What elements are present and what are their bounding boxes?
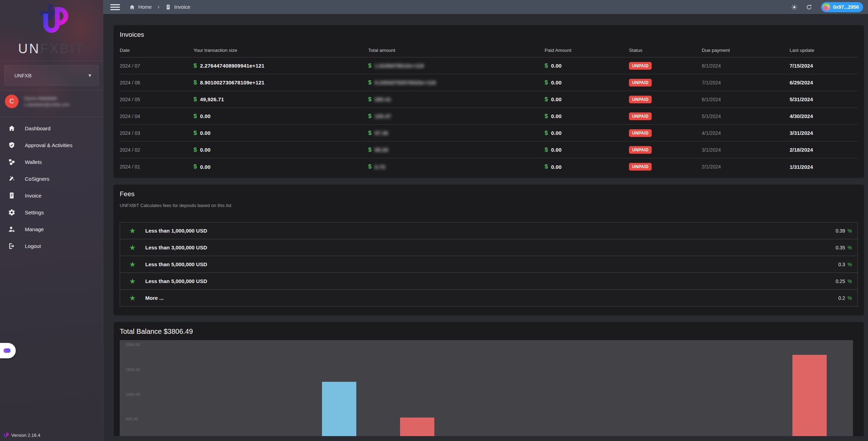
table-row[interactable]: 2024 / 02$0.00$89.29$0.00UNPAID3/1/20242… (120, 142, 858, 158)
cell-last-update: 7/15/2024 (790, 63, 859, 69)
shield-check-icon (8, 141, 15, 149)
wallet-avatar (822, 3, 830, 11)
sidebar-nav: DashboardApproval & ActivitiesWalletsCoS… (0, 120, 103, 254)
cell-last-update: 1/31/2024 (790, 164, 859, 170)
cell-paid-amount: $0.00 (545, 163, 629, 170)
sidebar-item-label: Manage (25, 226, 44, 232)
cell-total-amount: $280.41 (368, 96, 545, 103)
cell-due-payment: 5/1/2024 (702, 113, 790, 119)
breadcrumb-home[interactable]: Home (129, 4, 152, 10)
dollar-icon: $ (545, 79, 548, 86)
org-select[interactable]: UNFXB ▼ (4, 65, 99, 86)
user-profile[interactable]: C Cyrus Abdollahi c.abdollahi@unfxb.com (0, 90, 103, 112)
status-badge: UNPAID (629, 96, 652, 103)
version-label: Version 2.16.4 (11, 433, 40, 438)
sidebar-item-invoice[interactable]: Invoice (0, 187, 103, 204)
table-row[interactable]: 2024 / 01$0.00$9.75$0.00UNPAID2/1/20241/… (120, 158, 858, 175)
invoices-card: Invoices DateYour transaction sizeTotal … (114, 25, 864, 178)
fee-tier-value: 0.39 % (835, 228, 852, 234)
dollar-icon: $ (545, 130, 548, 137)
dollar-icon: $ (368, 62, 371, 69)
cell-status: UNPAID (629, 79, 702, 87)
menu-toggle-button[interactable] (110, 4, 120, 11)
column-header: Total amount (368, 48, 545, 53)
fees-subtitle: UNFXBIT Calculates fees for deposits bas… (120, 203, 858, 208)
main-area: Home › Invoice 0x97...2956 (103, 0, 868, 441)
table-row[interactable]: 2024 / 07$2.276447408909941e+121$1.91094… (120, 57, 858, 74)
sidebar-item-manage[interactable]: Manage (0, 221, 103, 237)
cell-total-amount: $9.75 (368, 163, 545, 170)
sidebar-item-cosigners[interactable]: CoSigners (0, 170, 103, 187)
fee-tier-row[interactable]: ★Less than 5,000,000 USD0.3 % (120, 256, 858, 273)
fee-tier-row[interactable]: ★Less than 1,000,000 USD0.39 % (120, 222, 858, 239)
breadcrumb-invoice[interactable]: Invoice (165, 4, 190, 10)
refresh-icon (806, 4, 812, 11)
user-meta: Cyrus Abdollahi c.abdollahi@unfxb.com (24, 96, 70, 107)
sidebar-item-label: Dashboard (25, 125, 50, 131)
star-icon: ★ (129, 227, 145, 235)
logout-icon (8, 242, 15, 250)
sidebar-item-settings[interactable]: Settings (0, 204, 103, 221)
sidebar-item-label: Invoice (25, 193, 42, 199)
cell-paid-amount: $0.00 (545, 96, 629, 103)
column-header: Status (629, 48, 702, 53)
sidebar-item-dashboard[interactable]: Dashboard (0, 120, 103, 137)
cell-date: 2024 / 06 (120, 80, 194, 85)
table-row[interactable]: 2024 / 05$49,926.71$280.41$0.00UNPAID6/1… (120, 91, 858, 108)
star-icon: ★ (129, 294, 145, 302)
sidebar-item-label: Logout (25, 243, 41, 249)
fees-title: Fees (120, 190, 858, 198)
dollar-icon: $ (368, 163, 371, 170)
sidebar-item-wallets[interactable]: Wallets (0, 153, 103, 170)
unfxbit-logo-icon (33, 4, 70, 40)
breadcrumb-home-label: Home (138, 4, 152, 10)
refresh-button[interactable] (803, 1, 815, 13)
home-icon (129, 4, 135, 10)
settings-icon (8, 208, 15, 216)
divider (0, 61, 103, 61)
fee-tier-row[interactable]: ★Less than 5,000,000 USD0.25 % (120, 273, 858, 290)
cell-transaction-size: $2.276447408909941e+121 (194, 62, 368, 69)
user-name: Cyrus Abdollahi (24, 96, 70, 101)
y-axis-tick: 1000.00 (126, 392, 140, 397)
cell-status: UNPAID (629, 163, 702, 171)
cell-transaction-size: $49,926.71 (194, 96, 368, 103)
theme-toggle-button[interactable] (788, 1, 800, 13)
cell-total-amount: $89.29 (368, 146, 545, 153)
assistant-button[interactable] (0, 343, 16, 358)
chart-bar (322, 382, 356, 436)
sidebar: UNFXBIT UNFXB ▼ C Cyrus Abdollahi c.abdo… (0, 0, 103, 441)
fee-tier-label: Less than 5,000,000 USD (145, 261, 207, 267)
table-row[interactable]: 2024 / 06$8.901002730678109e+121$8.23542… (120, 74, 858, 91)
percent-icon: % (846, 228, 852, 234)
home-icon (8, 124, 15, 132)
cell-due-payment: 8/1/2024 (702, 63, 790, 69)
cell-date: 2024 / 03 (120, 130, 194, 136)
invoice-table-body: 2024 / 07$2.276447408909941e+121$1.91094… (120, 57, 858, 175)
fee-tier-row[interactable]: ★Less than 3,000,000 USD0.35 % (120, 239, 858, 256)
cell-total-amount: $105.47 (368, 113, 545, 120)
cell-transaction-size: $0.00 (194, 163, 368, 170)
dollar-icon: $ (194, 130, 197, 137)
breadcrumb-invoice-label: Invoice (174, 4, 190, 10)
sidebar-item-approval-activities[interactable]: Approval & Activities (0, 137, 103, 153)
table-row[interactable]: 2024 / 03$0.00$97.36$0.00UNPAID4/1/20243… (120, 125, 858, 142)
sidebar-item-label: Wallets (25, 159, 42, 165)
sun-icon (791, 4, 798, 11)
chart-bar (792, 355, 827, 436)
fee-tier-row[interactable]: ★More ...0.2 % (120, 290, 858, 306)
table-row[interactable]: 2024 / 04$0.00$105.47$0.00UNPAID5/1/2024… (120, 108, 858, 125)
cell-total-amount: $1.9109479012e+118 (368, 62, 545, 69)
sidebar-item-logout[interactable]: Logout (0, 237, 103, 254)
wallets-icon (8, 158, 15, 166)
topbar: Home › Invoice 0x97...2956 (103, 0, 868, 14)
cell-transaction-size: $0.00 (194, 113, 368, 120)
percent-icon: % (846, 278, 852, 284)
org-select-value: UNFXB (14, 73, 31, 78)
cell-due-payment: 3/1/2024 (702, 147, 790, 153)
column-header: Date (120, 48, 194, 53)
cell-status: UNPAID (629, 146, 702, 154)
column-header: Your transaction size (194, 48, 368, 53)
wallet-account-button[interactable]: 0x97...2956 (821, 2, 863, 12)
balance-title: Total Balance $3806.49 (120, 328, 853, 340)
